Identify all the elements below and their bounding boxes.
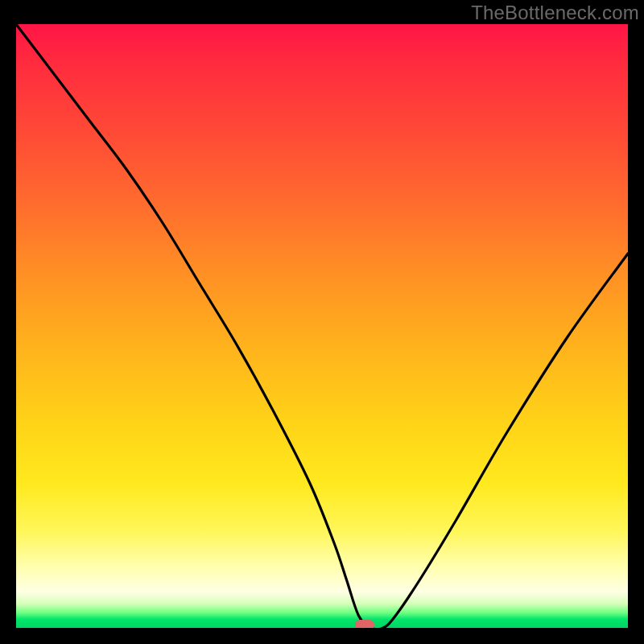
outer-frame: TheBottleneck.com	[0, 0, 644, 644]
plot-area	[16, 24, 628, 628]
watermark-text: TheBottleneck.com	[471, 2, 639, 24]
bottleneck-curve	[16, 24, 628, 628]
optimum-marker	[355, 620, 374, 628]
